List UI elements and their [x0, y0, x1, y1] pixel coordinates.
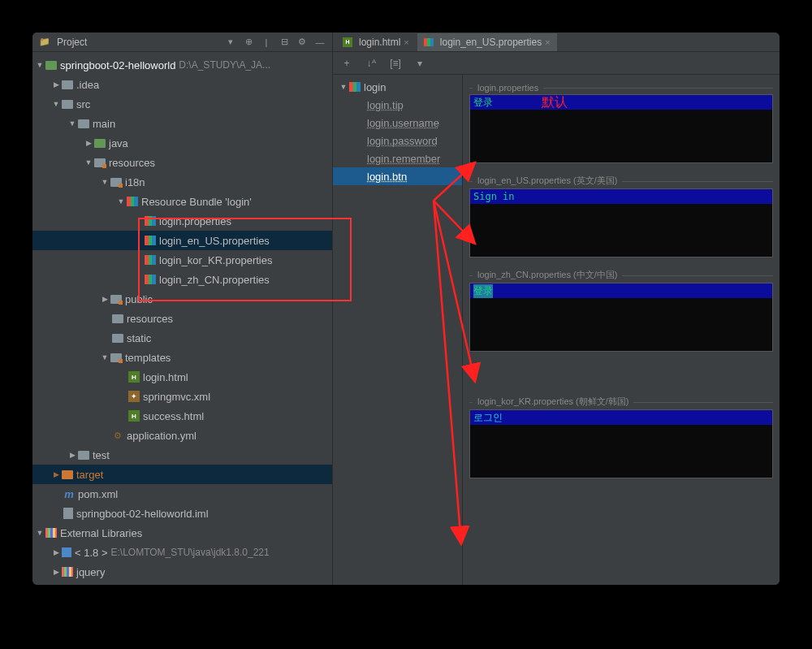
prop-label: login.password: [367, 135, 438, 147]
html-icon: H: [128, 410, 140, 422]
tree-label: jquery: [76, 566, 105, 578]
tree-success[interactable]: H success.html: [32, 406, 332, 426]
props-icon: [424, 38, 434, 46]
expand-icon[interactable]: [68, 119, 76, 128]
tree-java[interactable]: java: [32, 133, 332, 153]
hide-icon[interactable]: —: [314, 37, 326, 48]
tree-i18n[interactable]: i18n: [32, 172, 332, 192]
editor-area[interactable]: 登录: [469, 283, 773, 352]
project-path: D:\A_STUDY\A_JA...: [179, 59, 270, 71]
tree-label: target: [76, 469, 103, 481]
group-button[interactable]: [≡]: [388, 56, 403, 71]
expand-icon[interactable]: [52, 548, 60, 556]
tree-jquery[interactable]: jquery: [32, 562, 332, 582]
editor-area[interactable]: 로그인: [469, 409, 773, 478]
expand-icon[interactable]: [84, 139, 93, 147]
tree-login-zh[interactable]: login_zh_CN.properties: [32, 270, 332, 289]
expand-icon[interactable]: [84, 158, 93, 167]
close-icon[interactable]: ×: [404, 37, 408, 47]
tree-src[interactable]: src: [32, 94, 332, 114]
editor-title: login_zh_CN.properties (中文/中国): [469, 267, 773, 283]
tree-appyml[interactable]: ⚙ application.yml: [32, 426, 332, 445]
expand-icon[interactable]: [52, 568, 60, 576]
tab-label: login.html: [359, 37, 400, 48]
tree-test[interactable]: test: [32, 445, 332, 465]
tree-public[interactable]: public: [32, 289, 332, 309]
expand-icon[interactable]: [36, 529, 44, 537]
add-button[interactable]: +: [339, 56, 354, 71]
tree-label: public: [125, 293, 153, 305]
tree-target[interactable]: target: [32, 465, 332, 484]
prop-root[interactable]: login: [333, 78, 462, 96]
yml-icon: ⚙: [112, 430, 123, 441]
tab-login-en[interactable]: login_en_US.properties ×: [417, 33, 557, 51]
editor-value: 로그인: [473, 411, 503, 425]
tree-label: test: [93, 449, 110, 461]
tree-idea[interactable]: .idea: [32, 75, 332, 94]
lib-icon: [45, 528, 57, 538]
tree-login-en[interactable]: login_en_US.properties: [32, 231, 332, 250]
tab-label: login_en_US.properties: [440, 37, 542, 48]
editor-kor: login_kor_KR.properties (朝鲜文/韩国) 로그인: [469, 394, 773, 478]
prop-btn[interactable]: login.btn: [333, 167, 462, 185]
property-key-tree[interactable]: login login.tip login.username login.pas…: [333, 75, 463, 585]
tree-label: src: [76, 98, 90, 110]
tree-login-html[interactable]: H login.html: [32, 367, 332, 387]
dropdown-icon[interactable]: ▾: [225, 37, 236, 48]
folder-icon: [110, 295, 122, 304]
tree-login-kor[interactable]: login_kor_KR.properties: [32, 250, 332, 270]
tree-label: login.properties: [159, 215, 231, 227]
editor-annotation: 默认: [542, 94, 568, 111]
expand-icon[interactable]: [52, 80, 60, 89]
editor-area[interactable]: 登录 默认: [469, 94, 773, 163]
project-panel: 📁 Project ▾ ⊕ | ⊟ ⚙ — springboot-02-hell…: [32, 32, 333, 585]
tree-springmvc[interactable]: ✦ springmvc.xml: [32, 387, 332, 406]
expand-icon[interactable]: [36, 61, 44, 69]
tree-ext-lib[interactable]: External Libraries: [32, 523, 332, 543]
gear-icon[interactable]: ⚙: [296, 37, 308, 48]
editor-value: 登录: [473, 96, 493, 110]
editor-area[interactable]: Sign in: [469, 188, 773, 257]
expand-icon[interactable]: [101, 295, 109, 303]
tree-static[interactable]: static: [32, 328, 332, 348]
tree-label: static: [127, 332, 151, 344]
prop-username[interactable]: login.username: [333, 114, 462, 132]
tree-resources[interactable]: resources: [32, 153, 332, 172]
expand-icon[interactable]: [52, 470, 60, 478]
prop-tip[interactable]: login.tip: [333, 96, 462, 114]
editor-title: login_en_US.properties (英文/美国): [469, 173, 773, 188]
prop-remember[interactable]: login.remember: [333, 149, 462, 167]
prop-label: login.btn: [367, 171, 407, 183]
sort-button[interactable]: ↓ᴬ: [364, 56, 378, 71]
tree-login-props[interactable]: login.properties: [32, 211, 332, 231]
dropdown-button[interactable]: ▾: [412, 56, 427, 71]
tree-pom[interactable]: m pom.xml: [32, 484, 332, 504]
tree-bundle[interactable]: Resource Bundle 'login': [32, 192, 332, 211]
tree-resources2[interactable]: resources: [32, 309, 332, 328]
tree-label: application.yml: [127, 430, 197, 442]
editor-column: login.properties 登录 默认 login_en_US.prope…: [463, 75, 780, 585]
expand-icon[interactable]: [68, 451, 76, 459]
expand-icon[interactable]: [101, 353, 109, 361]
expand-icon[interactable]: [117, 197, 125, 206]
folder-icon: [94, 139, 106, 148]
tree-main[interactable]: main: [32, 114, 332, 133]
project-tree[interactable]: springboot-02-helloworld D:\A_STUDY\A_JA…: [32, 52, 332, 585]
tree-jdk[interactable]: < 1.8 > E:\LOMTOM_STU\java\jdk1.8.0_221: [32, 543, 332, 562]
editor-value: 登录: [473, 284, 493, 298]
close-icon[interactable]: ×: [545, 37, 550, 47]
tree-templates[interactable]: templates: [32, 348, 332, 367]
expand-icon[interactable]: [101, 178, 109, 186]
lib-icon: [62, 567, 73, 577]
divider-icon: |: [261, 37, 272, 48]
folder-icon: [110, 353, 122, 362]
tree-root[interactable]: springboot-02-helloworld D:\A_STUDY\A_JA…: [32, 55, 332, 75]
collapse-icon[interactable]: ⊟: [279, 37, 290, 48]
target-icon[interactable]: ⊕: [243, 37, 254, 48]
tree-label: springboot-02-helloworld.iml: [76, 508, 209, 520]
tab-login-html[interactable]: H login.html ×: [336, 33, 416, 51]
prop-password[interactable]: login.password: [333, 132, 462, 149]
expand-icon[interactable]: [52, 100, 60, 108]
tree-iml[interactable]: springboot-02-helloworld.iml: [32, 504, 332, 523]
expand-icon[interactable]: [339, 83, 348, 91]
